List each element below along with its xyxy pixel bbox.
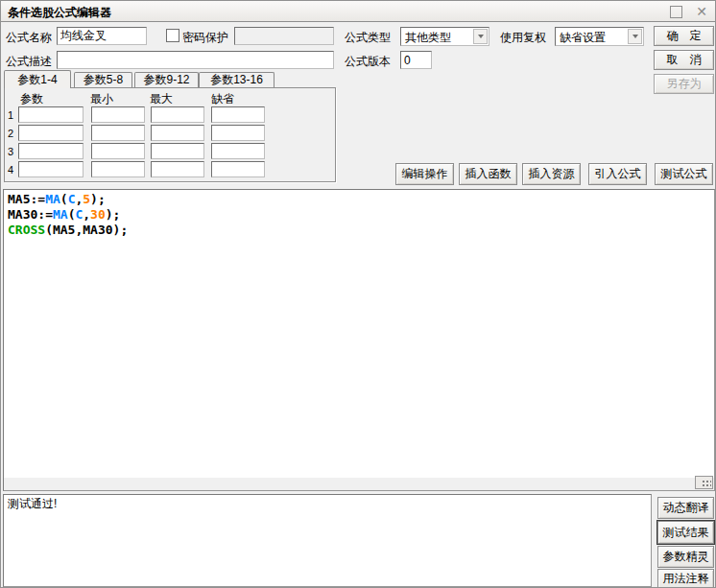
- password-protect-label: 密码保护: [182, 31, 228, 44]
- formula-editor-window: 条件选股公式编辑器 ✕ 公式名称 密码保护 公式类型 其他类型 使用复权 缺省设…: [0, 0, 716, 588]
- password-input: [234, 27, 334, 45]
- insert-function-button[interactable]: 插入函数: [459, 163, 517, 185]
- usage-notes-button[interactable]: 用法注释: [657, 569, 714, 588]
- tab-params-13-16[interactable]: 参数13-16: [199, 72, 274, 87]
- param-input-r1c2[interactable]: [91, 106, 145, 123]
- param-input-r2c4[interactable]: [211, 125, 265, 141]
- param-input-r3c3[interactable]: [151, 143, 204, 159]
- param-input-r4c3[interactable]: [151, 161, 204, 177]
- fuquan-combo[interactable]: 缺省设置: [555, 27, 644, 46]
- test-result-text: 测试通过!: [8, 497, 57, 510]
- maximize-icon[interactable]: [670, 6, 682, 18]
- param-input-r4c4[interactable]: [211, 161, 265, 177]
- insert-resource-button[interactable]: 插入资源: [522, 163, 581, 185]
- param-input-r3c4[interactable]: [211, 143, 265, 159]
- param-input-r2c3[interactable]: [151, 125, 204, 141]
- dynamic-translate-button[interactable]: 动态翻译: [657, 497, 714, 519]
- fuquan-value: 缺省设置: [560, 30, 606, 46]
- param-input-r4c2[interactable]: [91, 161, 145, 177]
- formula-version-input[interactable]: [400, 51, 432, 69]
- formula-desc-input[interactable]: [57, 51, 334, 69]
- horizontal-scrollbar[interactable]: [4, 478, 714, 490]
- test-result-button[interactable]: 测试结果: [657, 521, 714, 544]
- test-result-panel: 测试通过!: [3, 494, 652, 587]
- import-formula-button[interactable]: 引入公式: [588, 163, 647, 185]
- tab-params-5-8[interactable]: 参数5-8: [74, 72, 132, 87]
- param-input-r1c3[interactable]: [151, 106, 204, 123]
- param-col-header: 参数: [20, 92, 43, 106]
- formula-name-input[interactable]: [57, 27, 147, 45]
- code-line-2: MA30:=MA(C,30);: [8, 207, 128, 223]
- code-line-3: CROSS(MA5,MA30);: [8, 223, 128, 238]
- param-row-label: 1: [8, 108, 13, 122]
- formula-name-label: 公式名称: [6, 31, 52, 44]
- formula-type-value: 其他类型: [405, 30, 451, 46]
- param-row-label: 3: [8, 145, 13, 158]
- param-col-header: 最小: [90, 92, 113, 106]
- resize-grip-icon[interactable]: [695, 476, 713, 489]
- code-editor[interactable]: MA5:=MA(C,5);MA30:=MA(C,30);CROSS(MA5,MA…: [3, 189, 715, 491]
- code-line-1: MA5:=MA(C,5);: [8, 192, 128, 207]
- param-wizard-button[interactable]: 参数精灵: [657, 546, 714, 568]
- param-row-label: 2: [8, 127, 13, 140]
- cancel-button[interactable]: 取 消: [654, 50, 714, 70]
- fuquan-label: 使用复权: [500, 31, 546, 44]
- tab-params-1-4[interactable]: 参数1-4: [4, 70, 71, 88]
- param-col-header: 最大: [150, 92, 173, 106]
- param-input-r2c2[interactable]: [91, 125, 145, 141]
- edit-operation-button[interactable]: 编辑操作: [395, 163, 454, 185]
- formula-version-label: 公式版本: [345, 55, 391, 68]
- password-protect-checkbox[interactable]: [166, 29, 179, 42]
- param-input-r1c1[interactable]: [18, 106, 84, 123]
- titlebar: 条件选股公式编辑器: [1, 1, 715, 22]
- formula-type-label: 公式类型: [345, 31, 391, 44]
- param-input-r3c1[interactable]: [18, 143, 84, 159]
- param-input-r1c4[interactable]: [211, 106, 265, 123]
- param-input-r2c1[interactable]: [18, 125, 84, 141]
- save-as-button: 另存为: [654, 74, 714, 94]
- param-col-header: 缺省: [211, 92, 234, 106]
- param-input-r4c1[interactable]: [18, 161, 84, 177]
- formula-desc-label: 公式描述: [6, 55, 52, 68]
- tab-params-9-12[interactable]: 参数9-12: [134, 72, 199, 87]
- code-content: MA5:=MA(C,5);MA30:=MA(C,30);CROSS(MA5,MA…: [8, 192, 128, 238]
- param-input-r3c2[interactable]: [91, 143, 145, 159]
- chevron-down-icon[interactable]: [473, 29, 488, 44]
- param-row-label: 4: [8, 163, 13, 176]
- chevron-down-icon[interactable]: [628, 29, 642, 44]
- formula-type-combo[interactable]: 其他类型: [400, 27, 489, 46]
- ok-button[interactable]: 确 定: [654, 26, 714, 46]
- window-title: 条件选股公式编辑器: [8, 5, 111, 21]
- test-formula-button[interactable]: 测试公式: [655, 163, 713, 185]
- close-icon[interactable]: ✕: [693, 3, 710, 20]
